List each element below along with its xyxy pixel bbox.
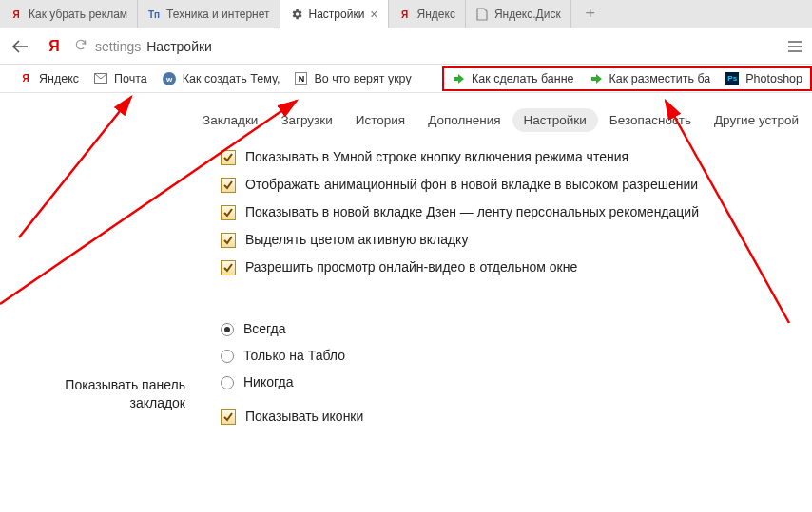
radio-row: Только на Табло — [221, 348, 812, 363]
checkbox-checked[interactable] — [221, 260, 236, 275]
yandex-icon: Я — [398, 8, 412, 21]
radio-row: Всегда — [221, 321, 812, 336]
subnav-security[interactable]: Безопасность — [598, 108, 703, 132]
document-icon — [475, 8, 489, 21]
bookmark-label: Почта — [114, 72, 147, 85]
tab-strip: Я Как убрать реклам Tп Техника и интерне… — [0, 0, 812, 28]
tab-1[interactable]: Tп Техника и интернет — [138, 0, 280, 28]
bookmark-item[interactable]: N Во что верят укру — [287, 72, 418, 85]
tab-4[interactable]: Яндекс.Диск — [466, 0, 571, 28]
radio-selected[interactable] — [221, 323, 234, 336]
option-label: Разрешить просмотр онлайн-видео в отдель… — [245, 259, 577, 275]
bookmark-label: Во что верят укру — [314, 72, 411, 85]
option-row: Отображать анимационный фон в новой вкла… — [221, 177, 812, 193]
bookmark-item[interactable]: Я Яндекс — [11, 72, 87, 85]
bookmark-label: Яндекс — [39, 72, 79, 85]
svg-text:w: w — [165, 75, 173, 84]
option-row: Выделять цветом активную вкладку — [221, 232, 812, 248]
bookmark-item[interactable]: Ps Photoshop — [718, 72, 810, 85]
subnav-other[interactable]: Другие устрой — [703, 108, 810, 132]
tab-0[interactable]: Я Как убрать реклам — [0, 0, 138, 28]
address-bar[interactable]: settings Настройки — [68, 38, 778, 54]
radio-row: Никогда — [221, 374, 812, 389]
subnav-addons[interactable]: Дополнения — [416, 108, 512, 132]
bookmark-label: Photoshop — [745, 72, 802, 85]
bookmark-item[interactable]: w Как создать Тему, — [155, 72, 288, 85]
arrow-right-icon — [590, 72, 603, 85]
radio-label: Никогда — [243, 374, 293, 389]
site-icon: Tп — [147, 8, 161, 21]
url-title: Настройки — [146, 39, 212, 54]
section-label: Показывать панель закладок — [48, 376, 185, 412]
yandex-logo-icon[interactable]: Я — [40, 38, 68, 55]
option-row: Показывать в Умной строке кнопку включен… — [221, 149, 812, 165]
close-icon[interactable]: × — [370, 7, 377, 22]
radio-label: Только на Табло — [243, 348, 345, 363]
option-label: Показывать иконки — [245, 408, 363, 424]
option-row: Показывать в новой вкладке Дзен — ленту … — [221, 204, 812, 220]
bookmark-label: Как сделать банне — [472, 72, 574, 85]
bookmark-item[interactable]: Как разместить ба — [582, 72, 719, 85]
settings-subnav: Закладки Загрузки История Дополнения Нас… — [0, 93, 812, 142]
tab-3[interactable]: Я Яндекс — [389, 0, 466, 28]
bookmarks-bar: Я Яндекс Почта w Как создать Тему, N Во … — [0, 65, 812, 93]
option-label: Показывать в новой вкладке Дзен — ленту … — [245, 204, 699, 219]
subnav-bookmarks[interactable]: Закладки — [191, 108, 269, 132]
reload-icon[interactable] — [74, 38, 87, 54]
back-button[interactable] — [0, 40, 40, 53]
option-label: Выделять цветом активную вкладку — [245, 232, 468, 247]
option-label: Показывать в Умной строке кнопку включен… — [245, 149, 628, 164]
checkbox-checked[interactable] — [221, 178, 236, 193]
site-icon: N — [295, 72, 307, 85]
tab-label: Яндекс — [417, 8, 455, 21]
checkbox-checked[interactable] — [221, 233, 236, 248]
url-path: settings — [95, 39, 141, 54]
radio[interactable] — [221, 350, 234, 363]
bookmark-label: Как создать Тему, — [183, 72, 280, 85]
checkbox-checked[interactable] — [221, 409, 236, 425]
option-row: Разрешить просмотр онлайн-видео в отдель… — [221, 259, 812, 275]
subnav-history[interactable]: История — [344, 108, 416, 132]
radio-label: Всегда — [243, 321, 286, 336]
subnav-settings[interactable]: Настройки — [512, 108, 598, 132]
tab-label: Настройки — [309, 8, 365, 21]
bookmark-item[interactable]: Как сделать банне — [444, 72, 582, 85]
menu-icon[interactable] — [778, 41, 812, 52]
yandex-icon: Я — [19, 72, 32, 85]
mail-icon — [94, 72, 107, 85]
bookmark-item[interactable]: Почта — [87, 72, 155, 85]
option-label: Отображать анимационный фон в новой вкла… — [245, 177, 698, 192]
nav-bar: Я settings Настройки — [0, 28, 812, 65]
tab-label: Яндекс.Диск — [494, 8, 561, 21]
tab-2-active[interactable]: Настройки × — [280, 0, 389, 28]
arrow-right-icon — [452, 72, 465, 85]
photoshop-icon: Ps — [725, 72, 739, 85]
gear-icon — [290, 8, 303, 21]
vk-icon: w — [163, 72, 176, 85]
subnav-downloads[interactable]: Загрузки — [269, 108, 343, 132]
option-row: Показывать иконки — [221, 408, 812, 425]
checkbox-checked[interactable] — [221, 150, 236, 165]
bookmark-label: Как разместить ба — [609, 72, 711, 85]
tab-label: Техника и интернет — [166, 8, 269, 21]
tab-label: Как убрать реклам — [29, 8, 127, 21]
yandex-icon: Я — [10, 8, 23, 21]
checkbox-checked[interactable] — [221, 205, 236, 220]
radio[interactable] — [221, 376, 234, 389]
bookmarks-highlight-box: Как сделать банне Как разместить ба Ps P… — [442, 66, 812, 91]
new-tab-button[interactable]: + — [571, 0, 609, 28]
